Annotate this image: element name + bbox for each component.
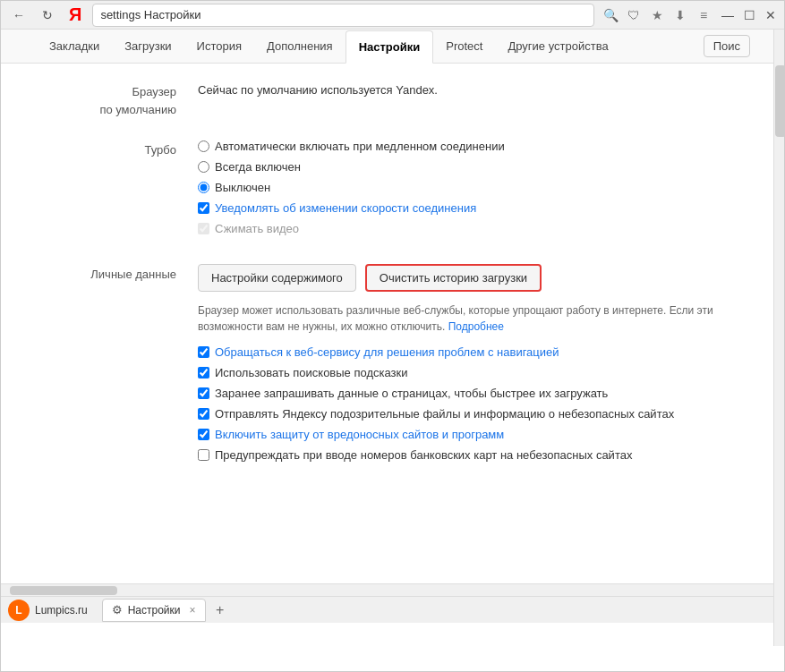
bottom-scrollbar-thumb[interactable] xyxy=(10,586,117,595)
taskbar-tab-label: Настройки xyxy=(128,604,181,617)
checkbox-malware: Включить защиту от вредоносных сайтов и … xyxy=(198,428,750,441)
personal-data-description: Браузер может использовать различные веб… xyxy=(198,302,735,335)
personal-data-label: Личные данные xyxy=(37,264,198,469)
minimize-button[interactable]: — xyxy=(720,7,736,23)
turbo-content: Автоматически включать при медленном сое… xyxy=(198,140,750,242)
menu-icon[interactable]: ≡ xyxy=(695,6,712,24)
turbo-notify-checkbox[interactable] xyxy=(198,202,209,214)
shield-icon[interactable]: 🛡 xyxy=(625,6,643,24)
clear-history-button[interactable]: Очистить историю загрузки xyxy=(365,264,542,292)
personal-data-row: Личные данные Настройки содержимого Очис… xyxy=(37,264,750,469)
turbo-compress-option: Сжимать видео xyxy=(198,222,750,235)
personal-data-content: Настройки содержимого Очистить историю з… xyxy=(198,264,750,469)
download-icon[interactable]: ⬇ xyxy=(671,6,689,24)
browser-default-label: Браузерпо умолчанию xyxy=(37,81,198,118)
refresh-button[interactable]: ↻ xyxy=(37,4,58,26)
back-button[interactable]: ← xyxy=(8,4,30,26)
cb-search-hints-label[interactable]: Использовать поисковые подсказки xyxy=(215,366,408,379)
browser-default-text: Сейчас по умолчанию используется Yandex. xyxy=(198,81,750,97)
tab-search[interactable]: Поис xyxy=(704,35,750,57)
checkbox-preload: Заранее запрашивать данные о страницах, … xyxy=(198,387,750,400)
scrollbar-thumb[interactable] xyxy=(775,65,786,137)
turbo-label: Турбо xyxy=(37,140,198,242)
cb-bankcard[interactable] xyxy=(198,449,209,461)
yandex-logo: Я xyxy=(69,4,81,25)
cb-navigation-label[interactable]: Обращаться к веб-сервису для решения про… xyxy=(215,345,559,359)
right-scrollbar[interactable] xyxy=(773,30,785,646)
turbo-compress-checkbox[interactable] xyxy=(198,223,209,234)
cb-search-hints[interactable] xyxy=(198,367,209,379)
close-button[interactable]: ✕ xyxy=(763,7,779,23)
turbo-notify-link: Уведомлять об изменении скорости соедине… xyxy=(215,201,476,215)
address-input[interactable] xyxy=(92,4,594,27)
cb-preload[interactable] xyxy=(198,387,209,399)
checkbox-navigation: Обращаться к веб-сервису для решения про… xyxy=(198,345,750,359)
turbo-row: Турбо Автоматически включать при медленн… xyxy=(37,140,750,242)
taskbar-gear-icon: ⚙ xyxy=(112,603,123,617)
taskbar-tab-close[interactable]: × xyxy=(190,604,196,617)
taskbar: L Lumpics.ru ⚙ Настройки × + xyxy=(1,596,785,623)
nav-tabs: Закладки Загрузки История Дополнения Нас… xyxy=(1,30,785,64)
description-link[interactable]: Подробнее xyxy=(448,320,504,333)
cb-bankcard-label[interactable]: Предупреждать при вводе номеров банковск… xyxy=(215,448,632,462)
turbo-notify-option: Уведомлять об изменении скорости соедине… xyxy=(198,201,750,215)
cb-malware[interactable] xyxy=(198,429,209,440)
checkbox-bankcard: Предупреждать при вводе номеров банковск… xyxy=(198,448,750,462)
title-bar: ← ↻ Я 🔍 🛡 ★ ⬇ ≡ — ☐ ✕ xyxy=(1,1,785,30)
cb-preload-label[interactable]: Заранее запрашивать данные о страницах, … xyxy=(215,387,608,400)
bottom-scrollbar[interactable] xyxy=(1,583,785,596)
turbo-notify-label[interactable]: Уведомлять об изменении скорости соедине… xyxy=(215,201,476,215)
turbo-option-auto: Автоматически включать при медленном сое… xyxy=(198,140,750,153)
tab-addons[interactable]: Дополнения xyxy=(254,30,346,62)
content-settings-button[interactable]: Настройки содержимого xyxy=(198,264,356,292)
browser-default-content: Сейчас по умолчанию используется Yandex. xyxy=(198,81,750,118)
taskbar-new-tab[interactable]: + xyxy=(209,600,231,621)
cb-malware-link: Включить защиту от вредоносных сайтов и … xyxy=(215,428,504,441)
cb-suspicious-label[interactable]: Отправлять Яндексу подозрительные файлы … xyxy=(215,407,674,421)
taskbar-tab[interactable]: ⚙ Настройки × xyxy=(102,599,206,622)
search-icon[interactable]: 🔍 xyxy=(602,6,619,24)
personal-data-buttons: Настройки содержимого Очистить историю з… xyxy=(198,264,750,292)
cb-malware-label[interactable]: Включить защиту от вредоносных сайтов и … xyxy=(215,428,504,441)
checkbox-search-hints: Использовать поисковые подсказки xyxy=(198,366,750,379)
tab-history[interactable]: История xyxy=(184,30,254,62)
turbo-auto-radio[interactable] xyxy=(198,140,209,152)
maximize-button[interactable]: ☐ xyxy=(741,7,757,23)
turbo-compress-label[interactable]: Сжимать видео xyxy=(215,222,299,235)
taskbar-site: Lumpics.ru xyxy=(35,604,88,617)
star-icon[interactable]: ★ xyxy=(648,6,666,24)
browser-default-row: Браузерпо умолчанию Сейчас по умолчанию … xyxy=(37,81,750,118)
turbo-off-label[interactable]: Выключен xyxy=(215,181,270,194)
turbo-option-off: Выключен xyxy=(198,181,750,194)
turbo-always-label[interactable]: Всегда включен xyxy=(215,160,301,174)
turbo-always-radio[interactable] xyxy=(198,161,209,173)
tab-bookmarks[interactable]: Закладки xyxy=(37,30,112,62)
cb-navigation[interactable] xyxy=(198,346,209,358)
turbo-off-radio[interactable] xyxy=(198,182,209,193)
cb-suspicious[interactable] xyxy=(198,408,209,420)
main-content: Браузерпо умолчанию Сейчас по умолчанию … xyxy=(1,64,785,583)
tab-protect[interactable]: Protect xyxy=(433,30,495,62)
turbo-auto-label[interactable]: Автоматически включать при медленном сое… xyxy=(215,140,505,153)
turbo-option-always: Всегда включен xyxy=(198,160,750,174)
tab-downloads[interactable]: Загрузки xyxy=(112,30,183,62)
tab-settings[interactable]: Настройки xyxy=(346,30,434,64)
cb-navigation-link: Обращаться к веб-сервису для решения про… xyxy=(215,345,559,359)
checkbox-suspicious: Отправлять Яндексу подозрительные файлы … xyxy=(198,407,750,421)
taskbar-favicon: L xyxy=(8,600,30,621)
tab-other-devices[interactable]: Другие устройства xyxy=(495,30,620,62)
